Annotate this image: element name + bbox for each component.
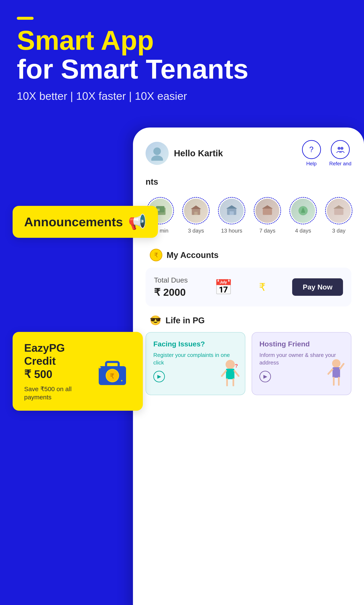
avatar — [145, 142, 169, 165]
story-image — [220, 199, 244, 223]
announcements-badge-text: Announcements — [24, 215, 123, 229]
svg-line-20 — [222, 371, 226, 376]
svg-rect-26 — [333, 367, 340, 378]
story-label: 4 days — [295, 228, 311, 234]
svg-point-0 — [153, 147, 161, 155]
life-header: 😎 Life in PG — [145, 315, 351, 326]
hosting-card[interactable]: Hosting Friend Inform your owner & share… — [252, 332, 351, 395]
story-label: 7 days — [260, 228, 275, 234]
rupee-coin-accounts-icon: ₹ — [259, 281, 266, 293]
dues-label: Total Dues — [154, 276, 188, 284]
calendar-icon: 📅 — [214, 279, 233, 296]
svg-rect-16 — [334, 208, 343, 215]
story-item[interactable]: 4 days — [288, 197, 318, 234]
announcements-badge: Announcements 📢 — [13, 206, 158, 238]
user-info: Hello Kartik — [145, 142, 223, 165]
svg-point-18 — [226, 360, 235, 369]
svg-point-3 — [340, 147, 343, 150]
phone-header: Hello Kartik ? Help R — [141, 140, 356, 167]
accounts-section: ₹ My Accounts Total Dues ₹ 2000 📅 ₹ Pay … — [141, 249, 356, 307]
issues-card[interactable]: Facing Issues? Register your complaints … — [145, 332, 245, 395]
refer-label: Refer and — [329, 161, 351, 167]
phone-frame: Hello Kartik ? Help R — [133, 128, 364, 605]
story-circle — [218, 197, 245, 224]
issues-card-title: Facing Issues? — [153, 340, 237, 348]
announcements-header: nts — [141, 177, 356, 187]
hero-subtitle: 10X better | 10X faster | 10X easier — [17, 90, 347, 102]
story-item[interactable]: 13 hours — [217, 197, 246, 234]
header-icons: ? Help Refer and — [302, 140, 351, 167]
svg-text:✦: ✦ — [120, 379, 123, 383]
svg-rect-19 — [226, 369, 234, 379]
story-image — [327, 199, 351, 223]
svg-line-21 — [234, 371, 239, 376]
credit-title-line2: ₹ 500 — [24, 368, 52, 380]
accounts-card: Total Dues ₹ 2000 📅 ₹ Pay Now — [145, 268, 351, 307]
svg-rect-12 — [230, 211, 234, 215]
hero-section: Smart App for Smart Tenants 10X better |… — [0, 0, 364, 115]
story-label: 3 days — [188, 228, 204, 234]
greeting-text: Hello Kartik — [174, 148, 223, 158]
hero-title-line1: Smart App — [17, 26, 347, 55]
story-circle — [289, 197, 317, 224]
svg-text:✦: ✦ — [98, 365, 102, 370]
dues-info: Total Dues ₹ 2000 — [154, 276, 188, 298]
svg-rect-9 — [194, 212, 198, 215]
story-item[interactable]: 3 day — [324, 197, 353, 234]
story-image — [184, 199, 208, 223]
svg-point-25 — [332, 359, 340, 368]
accent-line — [17, 17, 34, 20]
svg-rect-32 — [106, 362, 119, 368]
svg-rect-13 — [263, 208, 272, 215]
story-image — [291, 199, 315, 223]
credit-title-line1: EazyPG Credit — [24, 342, 65, 367]
hosting-card-title: Hosting Friend — [260, 340, 344, 348]
story-circle — [182, 197, 210, 224]
svg-marker-14 — [262, 205, 273, 209]
announcements-megaphone-icon: 📢 — [128, 213, 146, 231]
hosting-character — [326, 357, 347, 390]
svg-marker-17 — [333, 205, 344, 209]
dues-amount: ₹ 2000 — [154, 286, 188, 298]
life-in-pg-section: 😎 Life in PG Facing Issues? Register you… — [141, 315, 356, 395]
briefcase-credit-icon: ₹ ✦ ✦ ✦ — [93, 352, 131, 390]
hero-title: Smart App for Smart Tenants — [17, 26, 347, 83]
help-button[interactable]: ? Help — [302, 140, 321, 167]
stories-row: 10 min 3 days 13 hours — [141, 193, 356, 238]
svg-text:?: ? — [235, 363, 238, 369]
cool-emoji-icon: 😎 — [150, 315, 161, 326]
svg-marker-8 — [191, 206, 201, 209]
svg-point-2 — [338, 147, 340, 150]
hosting-card-arrow[interactable]: ▶ — [260, 371, 271, 382]
credit-badge: EazyPG Credit ₹ 500 Save ₹500 on all pay… — [13, 332, 143, 411]
credit-badge-title: EazyPG Credit ₹ 500 — [24, 341, 93, 381]
credit-badge-content: EazyPG Credit ₹ 500 Save ₹500 on all pay… — [24, 341, 93, 401]
svg-line-28 — [340, 364, 344, 369]
story-circle — [254, 197, 281, 224]
story-label-13hours: 13 hours — [221, 228, 242, 234]
svg-text:✦: ✦ — [122, 362, 125, 367]
story-item[interactable]: 3 days — [181, 197, 211, 234]
help-icon: ? — [302, 140, 321, 159]
svg-point-1 — [151, 155, 163, 161]
story-label: 3 day — [332, 228, 346, 234]
pay-now-button[interactable]: Pay Now — [292, 278, 343, 296]
svg-marker-11 — [226, 205, 237, 209]
credit-badge-desc: Save ₹500 on all payments — [24, 385, 93, 401]
help-label: Help — [306, 161, 316, 167]
refer-button[interactable]: Refer and — [329, 140, 351, 167]
life-cards: Facing Issues? Register your complaints … — [145, 332, 351, 395]
rupee-coin-icon: ₹ — [150, 249, 162, 261]
announcements-section-title: nts — [145, 177, 158, 187]
accounts-header: ₹ My Accounts — [145, 249, 351, 261]
issues-card-arrow[interactable]: ▶ — [153, 371, 165, 382]
story-item[interactable]: 7 days — [253, 197, 282, 234]
life-title: Life in PG — [166, 316, 205, 325]
hero-title-line2: for Smart Tenants — [17, 55, 347, 84]
accounts-title: My Accounts — [167, 250, 219, 260]
story-image — [255, 199, 279, 223]
issues-character: ? — [220, 357, 241, 390]
svg-text:₹: ₹ — [110, 373, 114, 380]
story-circle — [325, 197, 352, 224]
svg-line-27 — [328, 369, 333, 374]
